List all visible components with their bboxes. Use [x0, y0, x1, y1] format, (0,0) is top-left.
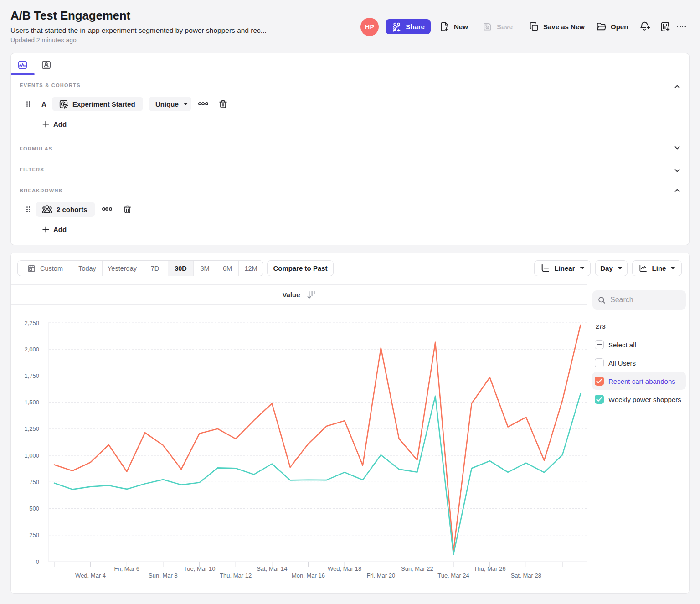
svg-text:Thu, Mar 12: Thu, Mar 12 [220, 572, 252, 579]
svg-text:0: 0 [36, 558, 39, 565]
svg-text:Tue, Mar 10: Tue, Mar 10 [184, 565, 216, 572]
svg-text:2,250: 2,250 [24, 320, 39, 326]
svg-text:1,750: 1,750 [24, 372, 39, 379]
svg-text:Tue, Mar 24: Tue, Mar 24 [438, 572, 469, 579]
svg-text:250: 250 [29, 532, 39, 538]
svg-text:Sun, Mar 22: Sun, Mar 22 [401, 565, 433, 572]
svg-text:750: 750 [29, 479, 39, 485]
svg-text:Sat, Mar 14: Sat, Mar 14 [257, 565, 287, 572]
svg-text:2,000: 2,000 [24, 346, 39, 353]
svg-text:Thu, Mar 26: Thu, Mar 26 [474, 565, 506, 572]
svg-text:Sat, Mar 28: Sat, Mar 28 [511, 572, 541, 579]
svg-text:500: 500 [29, 505, 39, 512]
svg-text:Fri, Mar 6: Fri, Mar 6 [114, 565, 139, 572]
svg-text:1,500: 1,500 [24, 399, 39, 406]
svg-text:1,250: 1,250 [24, 425, 39, 432]
svg-text:Fri, Mar 20: Fri, Mar 20 [366, 572, 395, 579]
svg-text:Mon, Mar 16: Mon, Mar 16 [292, 572, 325, 579]
svg-text:Wed, Mar 4: Wed, Mar 4 [75, 572, 106, 579]
svg-text:Wed, Mar 18: Wed, Mar 18 [328, 565, 361, 572]
svg-text:Sun, Mar 8: Sun, Mar 8 [149, 572, 178, 579]
svg-text:1,000: 1,000 [24, 452, 39, 459]
